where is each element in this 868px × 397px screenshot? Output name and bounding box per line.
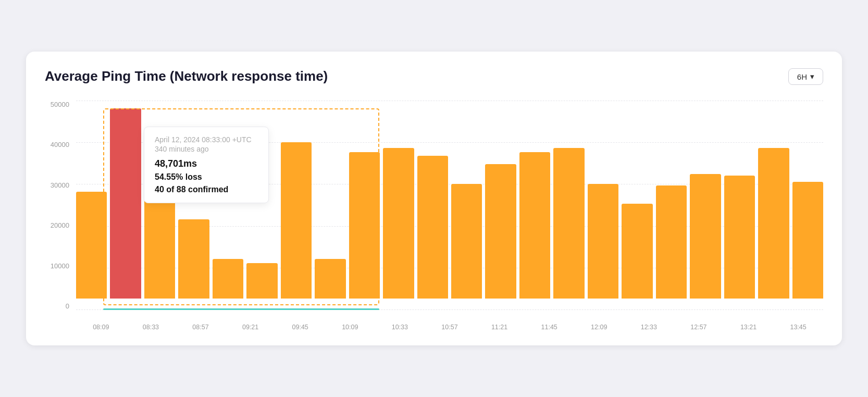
tooltip-ago: 340 minutes ago [155, 145, 258, 153]
bar-orange [519, 152, 550, 299]
bar-orange [622, 204, 652, 299]
x-label: 12:57 [674, 324, 724, 331]
bar-group[interactable] [622, 101, 652, 299]
bar-group[interactable] [349, 101, 380, 299]
tooltip-date: April 12, 2024 08:33:00 +UTC [155, 135, 258, 144]
x-label: 12:09 [574, 324, 624, 331]
chart-area: 0 10000 20000 30000 40000 50000 08:0 [45, 101, 823, 331]
chart-inner: 08:0908:3308:5709:2109:4510:0910:3310:57… [76, 101, 823, 331]
bar-group[interactable] [690, 101, 721, 299]
page-title: Average Ping Time (Network response time… [45, 68, 328, 84]
bar-orange [76, 192, 107, 299]
bar-orange [588, 184, 618, 299]
bar-orange [690, 174, 721, 299]
card-header: Average Ping Time (Network response time… [45, 68, 823, 85]
x-label: 08:09 [76, 324, 126, 331]
bar-orange [792, 182, 823, 299]
x-label: 12:33 [624, 324, 674, 331]
bar-group[interactable] [519, 101, 550, 299]
bar-orange [246, 263, 277, 299]
x-label: 09:21 [226, 324, 276, 331]
x-label: 08:33 [126, 324, 176, 331]
x-label: 11:45 [524, 324, 574, 331]
bar-group[interactable] [553, 101, 584, 299]
y-label-10000: 10000 [45, 262, 73, 270]
bar-orange [281, 142, 312, 299]
chevron-down-icon: ▾ [810, 72, 814, 81]
bar-orange [656, 185, 687, 299]
baseline-line [103, 308, 379, 310]
bar-orange [178, 219, 209, 299]
tooltip-confirmed: 40 of 88 confirmed [155, 185, 258, 194]
bar-orange [315, 259, 345, 299]
bar-group[interactable] [383, 101, 414, 299]
x-label: 11:21 [475, 324, 525, 331]
y-label-0: 0 [45, 302, 73, 310]
x-label: 13:21 [724, 324, 774, 331]
bar-orange [724, 176, 755, 299]
y-label-30000: 30000 [45, 181, 73, 189]
tooltip-ms: 48,701ms [155, 158, 258, 169]
chart-card: Average Ping Time (Network response time… [26, 52, 842, 345]
tooltip: April 12, 2024 08:33:00 +UTC 340 minutes… [144, 127, 269, 203]
y-label-50000: 50000 [45, 101, 73, 108]
bar-group[interactable] [588, 101, 618, 299]
bar-group[interactable] [315, 101, 345, 299]
bar-orange [349, 152, 380, 299]
bar-orange [383, 148, 414, 299]
x-axis: 08:0908:3308:5709:2109:4510:0910:3310:57… [76, 324, 823, 331]
x-label: 10:57 [425, 324, 475, 331]
y-axis: 0 10000 20000 30000 40000 50000 [45, 101, 73, 310]
time-selector-button[interactable]: 6H ▾ [788, 68, 823, 85]
bar-red [110, 108, 141, 299]
bar-group[interactable] [656, 101, 687, 299]
bar-orange [758, 148, 789, 299]
bar-group[interactable] [758, 101, 789, 299]
time-selector-label: 6H [797, 72, 807, 81]
x-label: 10:33 [375, 324, 425, 331]
x-label: 10:09 [325, 324, 375, 331]
bar-group[interactable] [485, 101, 516, 299]
x-label: 13:45 [773, 324, 823, 331]
bar-orange [213, 259, 243, 299]
bar-group[interactable] [76, 101, 107, 299]
y-label-40000: 40000 [45, 141, 73, 148]
bar-group[interactable] [281, 101, 312, 299]
bar-orange [553, 148, 584, 299]
bar-group[interactable] [110, 101, 141, 299]
x-label: 08:57 [176, 324, 226, 331]
bar-group[interactable] [417, 101, 448, 299]
y-label-20000: 20000 [45, 221, 73, 229]
bar-orange [485, 164, 516, 299]
bar-group[interactable] [451, 101, 482, 299]
tooltip-loss: 54.55% loss [155, 172, 258, 182]
bar-group[interactable] [792, 101, 823, 299]
bar-group[interactable] [724, 101, 755, 299]
x-label: 09:45 [275, 324, 325, 331]
bar-orange [451, 184, 482, 299]
bar-orange [417, 156, 448, 299]
